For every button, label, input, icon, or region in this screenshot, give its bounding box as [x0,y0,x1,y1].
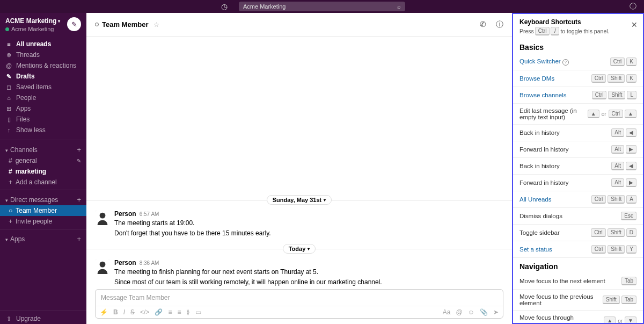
nav-people[interactable]: ⌂People [0,92,86,103]
shortcut-label[interactable]: Browse DMs [519,75,588,82]
shortcut-label: Toggle sidebar [519,229,588,236]
key: Tab [621,277,636,285]
shortcut-row: All UnreadsCtrlShiftA [513,191,643,208]
channels-item-add-a-channel[interactable]: +Add a channel [0,177,86,188]
upgrade-button[interactable]: ⇧Upgrade [0,313,86,324]
format-icon[interactable]: Aa [443,308,451,316]
shortcut-label[interactable]: All Unreads [519,196,588,203]
key: Ctrl [610,57,625,66]
message-text: Since most of our team is still working … [114,277,382,287]
shortcut-row: Back in historyAlt◀ [513,125,643,141]
key: Ctrl [591,245,606,254]
edit-icon[interactable]: ✎ [77,158,81,164]
shortcut-row: Quick Switcher?CtrlK [513,54,643,70]
dms-item-invite-people[interactable]: +Invite people [0,216,86,227]
shortcut-label: Back in history [519,163,608,169]
emoji-icon[interactable]: ☺ [468,308,474,316]
ul-icon[interactable]: ≡ [177,308,181,316]
dms-item-team-member[interactable]: ○Team Member [0,205,86,216]
quote-icon[interactable]: ⟫ [186,308,190,316]
key: ▲ [604,316,616,324]
key: Shift [608,195,625,204]
help-icon[interactable]: ? [562,59,569,66]
avatar[interactable] [95,210,110,225]
help-icon[interactable]: ⓘ [630,2,636,11]
nav-show-less[interactable]: ↑Show less [0,125,86,135]
message-author[interactable]: Person [114,210,136,218]
shortcut-row: Edit last message (in empty text input)▲… [513,104,643,125]
presence-dot [5,27,9,31]
shortcut-label[interactable]: Browse channels [519,92,589,98]
close-icon[interactable]: ✕ [631,20,638,29]
key: Alt [611,162,624,170]
key: Alt [611,145,624,154]
compose-button[interactable]: ✎ [67,17,81,31]
mention-icon[interactable]: @ [456,308,463,316]
section-channels[interactable]: ▾Channels+ [0,142,86,155]
nav-threads[interactable]: ⊜Threads [0,49,86,60]
message-author[interactable]: Person [114,259,136,267]
date-divider[interactable]: Sunday, May 31st ▾ [267,195,332,205]
codeblock-icon[interactable]: ▭ [195,308,201,316]
key: Shift [608,228,625,237]
shortcut-label[interactable]: Quick Switcher? [519,58,607,66]
presence-indicator [95,23,99,26]
history-icon[interactable]: ◷ [221,2,228,11]
sidebar: ACME Marketing▾ Acme Marketing ✎ ≡All un… [0,13,86,324]
call-icon[interactable]: ✆ [480,20,486,30]
italic-icon[interactable]: I [123,308,125,316]
sc-section-title: Basics [513,39,643,54]
shortcut-label: Edit last message (in empty text input) [519,107,584,120]
nav-apps[interactable]: ⊞Apps [0,103,86,114]
key: Shift [608,91,625,99]
nav-drafts[interactable]: ✎Drafts [0,71,86,82]
nav-all-unreads[interactable]: ≡All unreads [0,39,86,49]
shortcut-row: Forward in historyAlt▶ [513,141,643,158]
add-dms-icon[interactable]: + [77,196,81,204]
channel-title[interactable]: Team Member ☆ [95,20,159,28]
code-icon[interactable]: </> [140,308,149,316]
shortcut-row: Move focus through messages▲or▼ [513,311,643,324]
section-dms[interactable]: ▾Direct messages+ [0,192,86,205]
shortcut-label: Move focus to the next element [519,278,618,284]
send-icon[interactable]: ➤ [493,308,499,316]
shortcut-label: Dismiss dialogs [519,213,618,219]
workspace-switcher[interactable]: ACME Marketing▾ [5,17,60,25]
search-input[interactable]: Acme Marketing ⌕ [239,2,405,11]
section-apps[interactable]: ▾Apps+ [0,232,86,244]
workspace-subtitle: Acme Marketing [11,26,54,32]
shortcuts-icon[interactable]: ⚡ [100,308,108,316]
composer-placeholder[interactable]: Message Team Member [96,290,503,306]
message-composer[interactable]: Message Team Member ⚡ B I S̶ </> 🔗 ≡ ≡ ⟫… [95,289,503,319]
key: Ctrl [591,74,606,83]
shortcut-label[interactable]: Set a status [519,246,588,253]
channels-item-marketing[interactable]: #marketing [0,166,86,177]
strike-icon[interactable]: S̶ [130,308,135,316]
bold-icon[interactable]: B [113,308,118,316]
info-icon[interactable]: ⓘ [496,20,503,30]
attach-icon[interactable]: 📎 [480,308,488,316]
nav-saved-items[interactable]: ◻Saved items [0,82,86,92]
message-time: 8:36 AM [140,260,159,266]
date-divider[interactable]: Today ▾ [283,244,316,254]
ol-icon[interactable]: ≡ [168,308,172,316]
key: ◀ [626,128,636,137]
star-icon[interactable]: ☆ [153,21,159,28]
nav-files[interactable]: ▯Files [0,114,86,125]
link-icon[interactable]: 🔗 [155,308,163,316]
avatar[interactable] [95,259,110,274]
key: Shift [608,245,625,254]
shortcut-row: Forward in historyAlt▶ [513,175,643,191]
add-apps-icon[interactable]: + [77,235,81,243]
sc-section-title: Navigation [513,258,643,273]
channels-item-general[interactable]: #general✎ [0,155,86,166]
message: Person6:57 AMThe meeting starts at 19:00… [86,208,512,240]
key: Shift [608,74,625,83]
key: Esc [621,212,636,220]
shortcuts-panel: ✕ Keyboard Shortcuts Press Ctrl / to tog… [513,13,644,324]
key: Tab [621,296,636,304]
message-text: Don't forget that you have to be there 1… [114,228,271,238]
add-channels-icon[interactable]: + [77,146,81,154]
shortcut-row: Toggle sidebarCtrlShiftD [513,225,643,241]
nav-mentions-reactions[interactable]: @Mentions & reactions [0,60,86,71]
